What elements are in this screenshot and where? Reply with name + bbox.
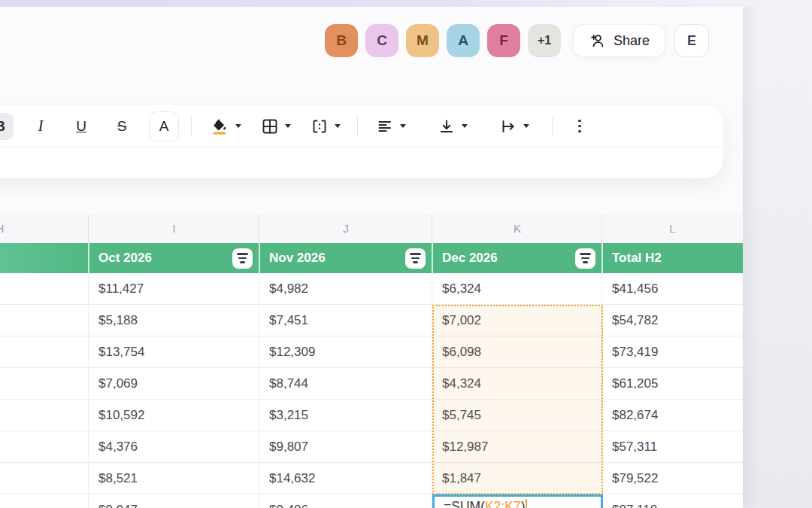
share-button[interactable]: Share [573,24,665,57]
cell-i7[interactable]: $8,521 [89,463,259,494]
formula-range-reference: K2:K7 [485,499,521,508]
cell-j3[interactable]: $12,309 [259,336,432,367]
table-row: $7,069 $8,744 $4,324 $61,205 [0,368,743,400]
bold-button[interactable]: B [0,113,14,140]
cell-i2[interactable]: $5,188 [89,305,259,336]
active-formula-cell[interactable]: =SUM(K2:K7) [432,494,603,508]
window-top-strip [0,0,812,7]
gridline [88,214,89,243]
cell-k1[interactable]: $6,324 [432,273,602,304]
fill-color-button[interactable] [205,117,246,136]
cell-i3[interactable]: $13,754 [89,336,259,367]
cell-l1[interactable]: $41,456 [602,273,743,304]
person-add-icon [589,32,607,50]
cell-i5[interactable]: $10,592 [89,400,259,430]
chevron-down-icon [523,124,529,128]
share-label: Share [614,33,650,49]
horizontal-align-button[interactable] [371,117,411,135]
table-header-row: Oct 2026 Nov 2026 Dec 2026 Total H2 [0,243,743,273]
italic-button[interactable]: I [27,113,54,140]
strikethrough-button[interactable]: S [108,113,135,140]
cell-l4[interactable]: $61,205 [602,368,743,399]
cell-l5[interactable]: $82,674 [602,400,743,430]
column-letter-k[interactable]: K [432,214,602,243]
column-letter-i[interactable]: I [89,214,259,243]
header-separator [259,243,260,273]
cell-k6[interactable]: $12,987 [432,431,602,462]
underline-button[interactable]: U [68,113,95,140]
cell-k3[interactable]: $6,098 [432,336,602,367]
app-window: B C M A F +1 Share E B I [0,0,812,508]
collaborator-avatar[interactable]: M [406,24,439,57]
cell-j8[interactable]: $9,486 [259,494,432,508]
cell-j7[interactable]: $14,632 [259,463,432,494]
filter-icon[interactable] [575,248,595,269]
gridline [601,214,602,243]
cell-j6[interactable]: $9,807 [259,431,432,462]
cell-j5[interactable]: $3,215 [259,400,432,430]
column-letter-h[interactable]: H [0,214,9,243]
gridline [432,273,432,508]
cell-k4[interactable]: $4,324 [432,368,602,399]
header-cell-total[interactable]: Total H2 [602,243,743,273]
cell-i1[interactable]: $11,427 [89,273,259,304]
desktop-background [743,0,812,508]
toolbar-divider [191,117,192,136]
cell-l6[interactable]: $57,311 [602,431,743,462]
cell-l8[interactable]: $87,118 [602,494,743,508]
header-separator [88,243,89,273]
cell-k7[interactable]: $1,847 [432,463,602,494]
chevron-down-icon [462,124,468,128]
collaborator-avatar[interactable]: F [487,24,520,57]
cell-i6[interactable]: $4,376 [89,431,259,462]
collaborator-avatar[interactable]: C [365,24,398,57]
cell-k2[interactable]: $7,002 [432,305,602,336]
merge-cells-icon [311,117,329,135]
formula-text: =SUM(K2:K7) [444,499,525,508]
cell-l7[interactable]: $79,522 [602,463,743,494]
gridline [259,214,259,243]
cell-l2[interactable]: $54,782 [602,305,743,336]
align-left-icon [376,117,394,135]
column-letter-j[interactable]: J [259,214,432,243]
cell-i4[interactable]: $7,069 [89,368,259,399]
cell-j2[interactable]: $7,451 [259,305,432,336]
table-row: $13,754 $12,309 $6,098 $73,419 [0,336,743,368]
collaborator-avatar[interactable]: B [325,24,358,57]
table-row: $10,592 $3,215 $5,745 $82,674 [0,400,743,431]
chevron-down-icon [400,124,406,128]
header-separator [432,243,433,273]
column-header-strip: H I J K L [0,214,743,243]
table-row: $5,188 $7,451 $7,002 $54,782 [0,305,743,336]
filter-icon[interactable] [232,248,253,269]
cell-k5[interactable]: $5,745 [432,400,602,430]
header-cell-blank[interactable] [0,243,89,273]
gridline [88,273,89,508]
toolbar-divider [357,117,358,136]
merge-cells-button[interactable] [306,117,345,135]
column-letter-l[interactable]: L [602,214,743,243]
gridline [259,273,259,508]
current-user-avatar[interactable]: E [674,24,709,57]
toolbar-divider [552,117,553,136]
text-wrap-icon [499,117,517,135]
collaborator-overflow-badge[interactable]: +1 [528,24,561,57]
chevron-down-icon [335,124,341,128]
text-wrap-button[interactable] [495,117,534,135]
paint-bucket-icon [210,117,229,136]
vertical-align-button[interactable] [433,117,472,135]
collaborator-avatar[interactable]: A [447,24,480,57]
more-options-button[interactable] [578,120,581,133]
data-rows: $11,427 $4,982 $6,324 $41,456 $5,188 $7,… [0,273,743,508]
formatting-toolbar: B I U S A [0,105,723,178]
cell-i8[interactable]: $9,947 [89,494,259,508]
cell-j1[interactable]: $4,982 [259,273,432,304]
align-bottom-icon [438,117,456,135]
borders-button[interactable] [256,117,295,135]
text-cursor [526,499,527,508]
text-color-button[interactable]: A [149,111,179,141]
filter-icon[interactable] [405,248,426,269]
cell-j4[interactable]: $8,744 [259,368,432,399]
borders-grid-icon [261,117,279,135]
cell-l3[interactable]: $73,419 [602,336,743,367]
